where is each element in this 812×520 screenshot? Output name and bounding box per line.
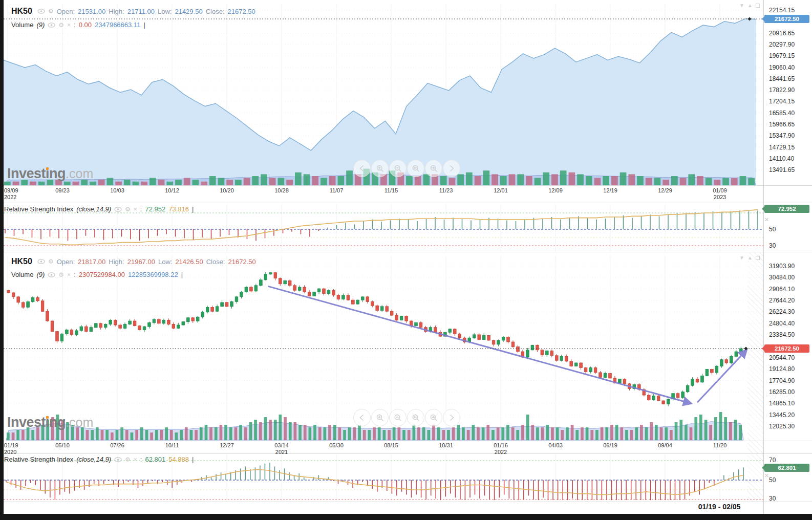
settings-icon[interactable]: ⚙: [58, 272, 64, 278]
settings-icon[interactable]: ⚙: [125, 206, 131, 212]
remove-indicator-icon[interactable]: ×: [67, 272, 71, 278]
date-axis-year-label: 2022: [495, 449, 507, 455]
date-axis-label: 11/23: [439, 187, 453, 193]
price-axis-label: 70: [769, 457, 776, 464]
price-axis[interactable]: 21672.50 72.952 21672.50 62.801 22154.15…: [763, 0, 812, 514]
price-axis-label: 27644.20: [769, 297, 795, 304]
zoom-x-in-button[interactable]: [407, 409, 424, 426]
visibility-icon[interactable]: [114, 207, 122, 212]
low-value: 21429.50: [175, 8, 202, 15]
visibility-icon[interactable]: [48, 272, 55, 277]
date-axis-label: 08/15: [384, 442, 398, 448]
close-indicator-button[interactable]: ×: [764, 471, 769, 480]
pan-left-button[interactable]: [353, 409, 371, 426]
window-edge: [0, 0, 4, 520]
high-label: High:: [109, 8, 124, 15]
date-axis-label: 10/12: [165, 187, 179, 193]
chart2-header: HK50 ⚙ Open:21817.00 High:21967.00 Low:2…: [11, 257, 256, 266]
date-axis-label: 11/07: [330, 187, 344, 193]
remove-indicator-icon[interactable]: ×: [67, 22, 71, 28]
maximize-pane-icon[interactable]: [756, 4, 760, 8]
date-axis-label: 12/01: [494, 187, 508, 193]
expand-pane-icon[interactable]: ▲: [747, 255, 753, 261]
settings-icon[interactable]: ⚙: [125, 457, 131, 463]
zoom-in-button[interactable]: [371, 409, 389, 426]
expand-pane-icon[interactable]: ▲: [747, 3, 753, 8]
price-axis-label: 30: [769, 242, 776, 249]
price-axis-label: 14865.10: [769, 400, 795, 407]
date-axis-label: 10/20: [220, 187, 234, 193]
pane-divider: [4, 252, 812, 252]
rsi1-header: Relative Strength Index (close,14,9) ⚙ ×…: [4, 205, 194, 213]
price-axis-label: 13445.20: [769, 411, 795, 419]
zoom-out-button[interactable]: [389, 409, 407, 426]
collapse-pane-icon[interactable]: ▼: [739, 255, 744, 261]
zoom-in-button[interactable]: [371, 160, 389, 177]
volume-value-blue: 12285369998.22: [128, 271, 178, 278]
rsi-signal-value: 54.888: [168, 456, 189, 463]
zoom-x-out-button[interactable]: [425, 409, 442, 426]
remove-indicator-icon[interactable]: ×: [134, 206, 137, 212]
date-axis-year-label: 2021: [275, 449, 288, 455]
volume-label: Volume: [11, 21, 33, 29]
high-value: 21967.00: [127, 258, 155, 266]
close-indicator-button[interactable]: ×: [764, 215, 769, 224]
rsi-signal-value: 73.816: [168, 205, 189, 213]
close-value: 21672.50: [228, 258, 255, 266]
date-axis-label: 10/11: [165, 442, 179, 448]
symbol-label: HK50: [11, 257, 32, 266]
volume-value-blue: 2347966663.11: [95, 21, 140, 29]
pane-divider: [4, 502, 812, 502]
date-axis-label: 12/09: [548, 187, 563, 193]
price-axis-label: 17204.15: [769, 98, 795, 105]
price-axis-label: 13491.65: [769, 166, 795, 174]
high-value: 21711.00: [127, 8, 155, 15]
price-axis-label: 50: [769, 476, 776, 484]
settings-icon[interactable]: ⚙: [48, 8, 54, 14]
logo-orange-dot: [46, 167, 49, 170]
zoom-x-in-button[interactable]: [407, 160, 424, 177]
separator: :: [74, 21, 76, 29]
pan-right-button[interactable]: [443, 160, 460, 177]
cursor-mark: |: [192, 456, 194, 463]
volume-param: (9): [36, 271, 45, 278]
maximize-pane-icon[interactable]: [756, 256, 760, 260]
pane-divider: [4, 441, 812, 441]
date-axis-year-label: 2020: [4, 449, 16, 455]
low-label: Low:: [158, 8, 172, 15]
pan-right-button[interactable]: [443, 409, 460, 426]
date-axis-label: 11/20: [713, 442, 727, 448]
settings-icon[interactable]: ⚙: [58, 22, 64, 28]
volume-param: (9): [36, 21, 45, 29]
price-axis-label: 50: [769, 226, 776, 233]
rsi-value-badge-daily: 72.952: [764, 205, 809, 213]
open-label: Open:: [57, 8, 75, 15]
remove-indicator-icon[interactable]: ×: [134, 457, 137, 463]
date-axis-label: 03/14: [274, 442, 289, 448]
symbol-label: HK50: [11, 7, 32, 16]
investing-logo: Investıng.com: [7, 415, 93, 430]
pan-left-button[interactable]: [353, 160, 371, 177]
volume-value-red: 2307529984.00: [79, 271, 125, 278]
pane-divider: [4, 453, 812, 454]
price-axis-label: 30484.00: [769, 274, 795, 281]
cursor-mark: |: [192, 205, 194, 213]
price-axis-label: 29064.10: [769, 286, 795, 293]
rsi-title: Relative Strength Index: [4, 456, 73, 463]
zoom-out-button[interactable]: [389, 160, 407, 177]
pane-divider: [4, 185, 812, 186]
price-axis-label: 30: [769, 495, 776, 502]
visibility-icon[interactable]: [37, 259, 45, 264]
settings-icon[interactable]: ⚙: [48, 258, 54, 265]
date-axis-year-label: 2023: [714, 194, 726, 200]
pane-divider: [4, 203, 812, 203]
visibility-icon[interactable]: [48, 23, 55, 28]
date-axis-label: 09/23: [55, 187, 70, 193]
close-label: Close:: [206, 8, 225, 15]
visibility-icon[interactable]: [114, 457, 122, 462]
trading-chart-page: HK50 ⚙ Open:21531.00 High:21711.00 Low:2…: [0, 0, 812, 520]
price-axis-label: 16585.40: [769, 110, 795, 117]
visibility-icon[interactable]: [37, 9, 45, 14]
zoom-x-out-button[interactable]: [425, 160, 442, 177]
collapse-pane-icon[interactable]: ▼: [739, 3, 744, 8]
